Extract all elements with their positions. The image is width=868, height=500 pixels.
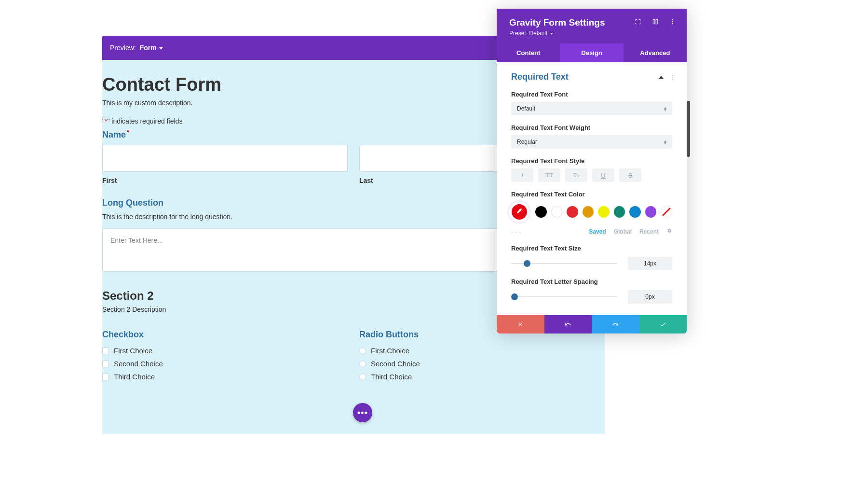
font-select[interactable]: Default ▴▾ — [511, 102, 672, 115]
swatch-yellow[interactable] — [598, 206, 610, 218]
color-tab-recent[interactable]: Recent — [639, 228, 659, 235]
weight-select[interactable]: Regular ▴▾ — [511, 135, 672, 149]
letterspacing-label: Required Text Letter Spacing — [511, 278, 672, 285]
swatch-white[interactable] — [551, 206, 563, 218]
swatch-black[interactable] — [535, 206, 547, 218]
color-tab-saved[interactable]: Saved — [589, 228, 606, 235]
uppercase-button[interactable]: TT — [538, 168, 560, 182]
more-colors-icon[interactable]: ● ● ● — [511, 230, 522, 233]
textsize-slider[interactable] — [511, 263, 617, 264]
swatch-blue[interactable] — [629, 206, 641, 218]
fab-more-button[interactable]: ••• — [353, 403, 372, 422]
textcolor-label: Required Text Text Color — [511, 191, 672, 198]
save-button[interactable] — [639, 315, 687, 333]
color-settings-icon[interactable] — [666, 228, 672, 235]
swatch-teal[interactable] — [614, 206, 625, 218]
undo-button[interactable] — [544, 315, 592, 333]
font-label: Required Text Font — [511, 91, 672, 98]
letterspacing-input[interactable]: 0px — [628, 290, 672, 304]
tab-design[interactable]: Design — [560, 43, 623, 62]
textsize-input[interactable]: 14px — [628, 257, 672, 270]
more-icon[interactable] — [669, 18, 676, 27]
tab-content[interactable]: Content — [497, 43, 560, 62]
preview-form-dropdown[interactable]: Form — [140, 44, 163, 52]
accordion-more-icon[interactable]: ⋮ — [669, 73, 676, 81]
cancel-button[interactable] — [497, 315, 544, 333]
accordion-required-text[interactable]: Required Text ⋮ — [497, 62, 687, 91]
letterspacing-slider[interactable] — [511, 296, 617, 297]
color-tab-global[interactable]: Global — [614, 228, 632, 235]
weight-label: Required Text Font Weight — [511, 124, 672, 131]
radio-option[interactable]: Third Choice — [359, 373, 605, 381]
checkbox-option[interactable]: Third Choice — [102, 373, 348, 381]
underline-button[interactable]: U — [592, 168, 614, 182]
first-name-sublabel: First — [102, 177, 348, 184]
redo-button[interactable] — [592, 315, 639, 333]
column-icon[interactable] — [652, 18, 659, 27]
strikethrough-button[interactable]: S — [619, 168, 641, 182]
swatch-none[interactable] — [661, 206, 672, 218]
textsize-label: Required Text Text Size — [511, 245, 672, 252]
settings-panel: Gravity Form Settings Preset: Default Co… — [497, 9, 687, 333]
panel-scrollbar[interactable] — [687, 101, 690, 157]
svg-point-2 — [672, 23, 673, 24]
swatch-red[interactable] — [567, 206, 578, 218]
checkbox-option[interactable]: First Choice — [102, 347, 348, 355]
checkbox-option[interactable]: Second Choice — [102, 360, 348, 368]
svg-point-0 — [672, 19, 673, 20]
expand-icon[interactable] — [635, 18, 641, 27]
italic-button[interactable]: I — [511, 168, 533, 182]
panel-header: Gravity Form Settings Preset: Default — [497, 9, 687, 43]
radio-option[interactable]: First Choice — [359, 347, 605, 355]
color-picker-button[interactable] — [512, 204, 527, 220]
radio-option[interactable]: Second Choice — [359, 360, 605, 368]
tab-advanced[interactable]: Advanced — [624, 43, 687, 62]
first-name-input[interactable] — [102, 145, 348, 172]
preset-dropdown[interactable]: Preset: Default — [509, 30, 676, 37]
preview-label: Preview: — [110, 44, 136, 52]
accordion-title: Required Text — [511, 72, 569, 82]
chevron-up-icon — [659, 76, 664, 79]
panel-title: Gravity Form Settings — [509, 17, 605, 28]
svg-point-1 — [672, 21, 673, 22]
smallcaps-button[interactable]: TT — [565, 168, 587, 182]
checkbox-label: Checkbox — [102, 330, 348, 340]
swatch-purple[interactable] — [645, 206, 657, 218]
swatch-orange[interactable] — [583, 206, 594, 218]
fontstyle-label: Required Text Font Style — [511, 157, 672, 165]
eyedropper-icon — [516, 208, 523, 216]
